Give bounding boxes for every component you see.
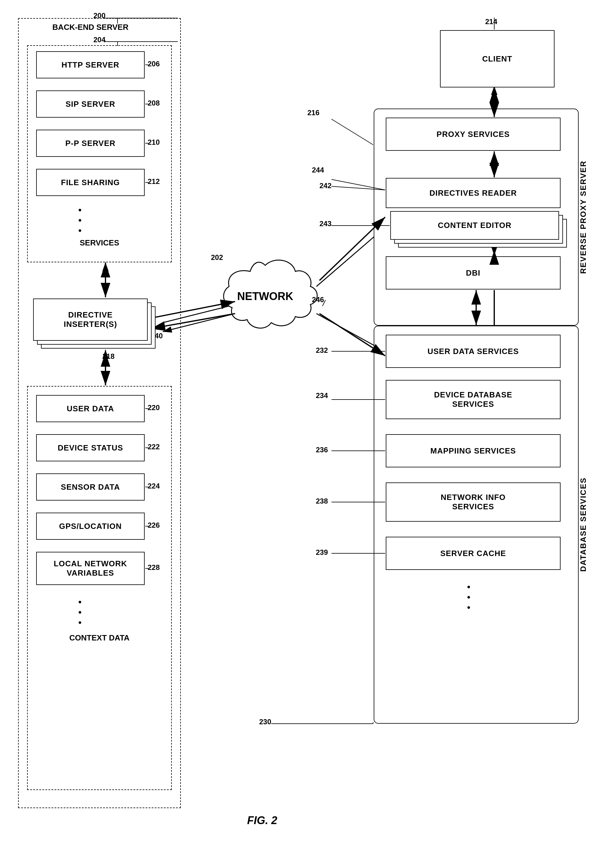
back-end-server-label: BACK-END SERVER [24, 23, 157, 32]
sip-server-box: SIP SERVER [36, 90, 145, 118]
ref-230: 230 [259, 718, 271, 726]
ref-210: 210 [148, 138, 160, 146]
ref-244: 244 [312, 166, 324, 174]
sensor-data-box: SENSOR DATA [36, 473, 145, 501]
user-data-services-box: USER DATA SERVICES [386, 335, 561, 368]
local-network-variables-box: LOCAL NETWORKVARIABLES [36, 552, 145, 585]
database-services-label: DATABASE SERVICES [578, 332, 603, 718]
ref-212: 212 [148, 177, 160, 186]
server-cache-box: SERVER CACHE [386, 537, 561, 570]
proxy-services-box: PROXY SERVICES [386, 118, 561, 151]
http-server-box: HTTP SERVER [36, 51, 145, 79]
ref-224: 224 [148, 482, 160, 490]
ref-236: 236 [316, 446, 328, 454]
device-database-services-box: DEVICE DATABASESERVICES [386, 380, 561, 419]
dots-context: ••• [79, 597, 82, 628]
content-editor-box: CONTENT EDITOR [390, 211, 559, 240]
ref-220: 220 [148, 403, 160, 412]
ref-204: 204 [93, 36, 105, 44]
svg-text:NETWORK: NETWORK [237, 290, 293, 302]
ref-238: 238 [316, 497, 328, 506]
ref-242: 242 [319, 181, 332, 190]
mapping-services-box: MAPPIING SERVICES [386, 434, 561, 468]
services-label: SERVICES [27, 238, 172, 247]
ref-226: 226 [148, 521, 160, 529]
network-cloud: NETWORK [211, 253, 319, 344]
dots-services: ••• [79, 205, 82, 236]
ref-243: 243 [319, 219, 332, 228]
file-sharing-box: FILE SHARING [36, 169, 145, 196]
ref-232: 232 [316, 346, 328, 354]
svg-line-41 [332, 119, 373, 145]
gps-location-box: GPS/LOCATION [36, 513, 145, 540]
device-status-box: DEVICE STATUS [36, 434, 145, 461]
diagram: 200 BACK-END SERVER 204 HTTP SERVER 206 … [0, 0, 616, 863]
fig-caption: FIG. 2 [247, 814, 277, 827]
directive-inserters-box: DIRECTIVEINSERTER(S) [33, 299, 148, 341]
ref-202: 202 [211, 253, 223, 262]
ref-239: 239 [316, 548, 328, 557]
ref-216: 216 [307, 109, 319, 117]
pp-server-box: P-P SERVER [36, 130, 145, 157]
ref-218: 218 [102, 352, 115, 361]
ref-228: 228 [148, 563, 160, 572]
network-info-services-box: NETWORK INFOSERVICES [386, 482, 561, 522]
reverse-proxy-server-label: REVERSE PROXY SERVER [578, 115, 603, 320]
client-box: CLIENT [440, 30, 555, 87]
ref-222: 222 [148, 443, 160, 451]
user-data-box: USER DATA [36, 395, 145, 422]
context-data-label: CONTEXT DATA [27, 633, 172, 643]
ref-206: 206 [148, 60, 160, 68]
directives-reader-box: DIRECTIVES READER [386, 178, 561, 208]
ref-214: 214 [485, 17, 497, 26]
dbi-box: DBI [386, 256, 561, 290]
ref-208: 208 [148, 99, 160, 107]
ref-246: 246 [312, 296, 324, 304]
ref-234: 234 [316, 391, 328, 400]
dots-database: ••• [467, 582, 470, 613]
